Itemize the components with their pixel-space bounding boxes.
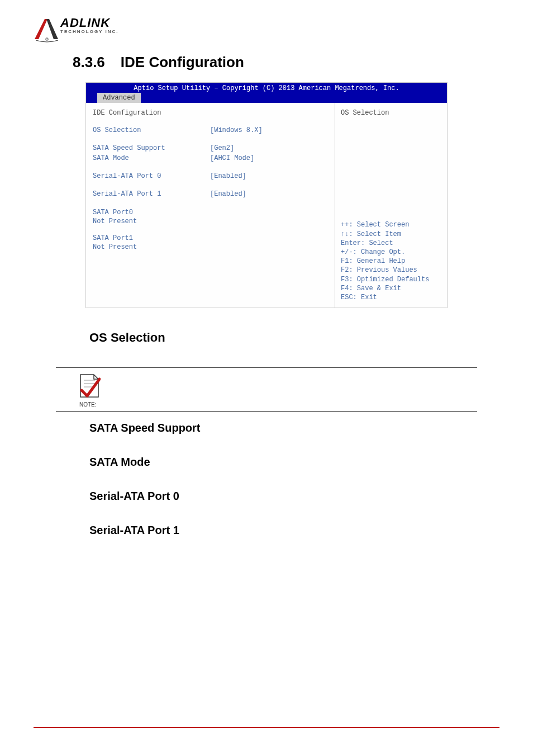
bios-key-row: F1: General Help <box>341 257 441 266</box>
bios-left-panel: IDE Configuration OS Selection [Windows … <box>86 103 335 308</box>
bios-row-sata-port0[interactable]: Serial-ATA Port 0 [Enabled] <box>93 172 328 181</box>
bios-key-row: F2: Previous Values <box>341 266 441 275</box>
bios-row-value: [Enabled] <box>210 172 246 181</box>
section-number: 8.3.6 <box>73 54 105 71</box>
bios-key-row: F3: Optimized Defaults <box>341 275 441 284</box>
brand-logo-mark <box>34 17 59 42</box>
bios-right-panel: OS Selection ++: Select Screen ↑↓: Selec… <box>335 103 447 308</box>
divider <box>56 367 477 368</box>
bios-row-value: [AHCI Mode] <box>210 154 254 163</box>
bios-row-value: [Enabled] <box>210 190 246 199</box>
bios-port-value: Not Present <box>93 243 328 252</box>
bios-key-row: ↑↓: Select Item <box>341 230 441 239</box>
heading-os-selection: OS Selection <box>89 330 499 345</box>
section-title: IDE Configuration <box>121 54 244 71</box>
bios-row-label: SATA Speed Support <box>93 144 210 153</box>
bios-tab-advanced[interactable]: Advanced <box>97 93 141 103</box>
brand-logo-subtext: TECHNOLOGY INC. <box>60 29 119 34</box>
bios-port-value: Not Present <box>93 217 328 226</box>
bios-row-sata-port1[interactable]: Serial-ATA Port 1 [Enabled] <box>93 190 328 199</box>
bios-key-row: +/-: Change Opt. <box>341 248 441 257</box>
bios-row-value: [Windows 8.X] <box>210 126 263 135</box>
brand-logo-text: ADLINK <box>60 17 119 29</box>
bios-row-label: Serial-ATA Port 0 <box>93 172 210 181</box>
section-heading: 8.3.6 IDE Configuration <box>73 54 499 71</box>
bios-row-sata-speed[interactable]: SATA Speed Support [Gen2] <box>93 144 328 153</box>
bios-port-name: SATA Port1 <box>93 234 328 243</box>
bios-tab-bar: Advanced <box>86 93 447 103</box>
bios-key-row: F4: Save & Exit <box>341 284 441 293</box>
bios-port-status: SATA Port0 Not Present <box>93 208 328 226</box>
bios-row-label: Serial-ATA Port 1 <box>93 190 210 199</box>
note-icon <box>78 374 101 398</box>
footer-rule <box>34 727 499 728</box>
divider <box>56 411 477 412</box>
heading-sata-mode: SATA Mode <box>89 456 499 469</box>
bios-row-sata-mode[interactable]: SATA Mode [AHCI Mode] <box>93 154 328 163</box>
bios-key-legend: ++: Select Screen ↑↓: Select Item Enter:… <box>341 220 441 302</box>
bios-row-os-selection[interactable]: OS Selection [Windows 8.X] <box>93 126 328 135</box>
bios-help-text: OS Selection <box>341 108 441 220</box>
note-label: NOTE: <box>79 401 499 408</box>
svg-point-0 <box>46 38 48 40</box>
heading-sata-speed: SATA Speed Support <box>89 422 499 434</box>
bios-row-value: [Gen2] <box>210 144 234 153</box>
bios-row-label: OS Selection <box>93 126 210 135</box>
bios-port-status: SATA Port1 Not Present <box>93 234 328 252</box>
bios-key-row: ESC: Exit <box>341 293 441 302</box>
bios-panel-title: IDE Configuration <box>93 108 328 117</box>
bios-key-row: Enter: Select <box>341 239 441 248</box>
bios-header: Aptio Setup Utility – Copyright (C) 2013… <box>86 83 447 93</box>
bios-key-row: ++: Select Screen <box>341 220 441 229</box>
brand-logo: ADLINK TECHNOLOGY INC. <box>34 17 499 42</box>
bios-screenshot: Aptio Setup Utility – Copyright (C) 2013… <box>85 82 448 308</box>
heading-sata-port0: Serial-ATA Port 0 <box>89 490 499 503</box>
note-block: NOTE: <box>78 374 499 408</box>
bios-row-label: SATA Mode <box>93 154 210 163</box>
bios-port-name: SATA Port0 <box>93 208 328 217</box>
heading-sata-port1: Serial-ATA Port 1 <box>89 524 499 537</box>
